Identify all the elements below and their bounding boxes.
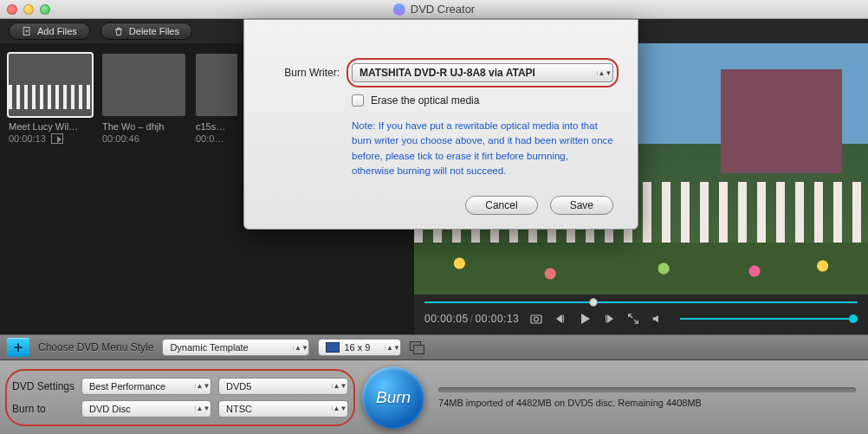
tv-standard-select[interactable]: NTSC ▲▼ [218,400,348,418]
disc-type-select[interactable]: DVD5 ▲▼ [218,378,348,395]
quality-select[interactable]: Best Performance ▲▼ [81,378,211,395]
status-text: 74MB imported of 4482MB on DVD5 disc. Re… [438,398,856,408]
stepper-arrows-icon: ▲▼ [332,384,344,388]
erase-checkbox[interactable] [352,94,364,107]
template-value: Dynamic Template [170,342,248,353]
seek-handle[interactable] [589,298,598,307]
save-button[interactable]: Save [550,196,613,215]
snapshot-icon[interactable] [529,312,543,326]
stepper-arrows-icon: ▲▼ [385,346,397,350]
monitor-icon [326,342,340,353]
svg-point-2 [534,317,539,321]
cancel-label: Cancel [485,199,517,211]
burn-target-value: DVD Disc [89,404,131,414]
aspect-select[interactable]: 16 x 9 ▲▼ [318,339,401,356]
stepper-arrows-icon: ▲▼ [293,346,305,350]
burn-label: Burn [376,388,411,407]
template-select[interactable]: Dynamic Template ▲▼ [162,339,309,356]
save-label: Save [570,199,593,211]
clip-title: The Wo – dhjh [102,121,185,132]
play-icon[interactable] [578,312,592,326]
clip-thumbnail [102,54,185,116]
add-files-label: Add Files [37,26,77,36]
stepper-arrows-icon: ▲▼ [597,71,609,75]
bottom-bar: DVD Settings Best Performance ▲▼ DVD5 ▲▼… [0,360,868,434]
dvd-settings-label: DVD Settings [12,380,74,392]
customize-menu-icon[interactable] [410,341,424,353]
stepper-arrows-icon: ▲▼ [195,406,207,411]
clip-duration-row: 00:00:46 [102,133,185,144]
stepper-arrows-icon: ▲▼ [195,384,207,388]
close-window-button[interactable] [7,4,17,15]
clip-duration: 00:0… [196,133,223,144]
status-block: 74MB imported of 4482MB on DVD5 disc. Re… [438,387,856,408]
dialog-note: Note: If you have put a rewritable optic… [352,119,613,178]
add-menu-button[interactable]: + [7,338,29,357]
trash-icon [113,26,124,36]
clip-item[interactable]: Meet Lucy Wil… 00:00:13 [9,54,92,144]
next-icon[interactable] [602,312,616,326]
seek-slider[interactable] [424,298,858,307]
window-title: DVD Creator [393,3,475,16]
quality-value: Best Performance [89,381,165,392]
svg-rect-1 [531,315,541,323]
aspect-value: 16 x 9 [344,342,370,353]
prev-icon[interactable] [554,312,567,326]
delete-files-label: Delete Files [129,26,179,36]
cancel-button[interactable]: Cancel [465,196,537,215]
app-icon [393,3,405,16]
clip-title: c15s… [196,121,237,132]
volume-icon[interactable] [651,312,664,326]
stepper-arrows-icon: ▲▼ [332,406,344,411]
clip-thumbnail [196,54,237,116]
burn-writer-dialog: Burn Writer: MATSHITA DVD-R UJ-8A8 via A… [243,19,638,230]
time-position: 00:00:05 [424,313,469,325]
disc-type-value: DVD5 [226,381,251,392]
add-files-button[interactable]: Add Files [9,23,90,40]
clip-title: Meet Lucy Wil… [9,121,92,132]
clip-item[interactable]: c15s… 00:0… [196,54,237,144]
capacity-bar [438,387,856,392]
burn-writer-select[interactable]: MATSHITA DVD-R UJ-8A8 via ATAPI ▲▼ [352,63,613,82]
volume-slider[interactable] [680,314,858,323]
clip-thumbnail [9,54,92,116]
playback-controls: 00:00:05/00:00:13 [414,295,868,334]
window-controls [7,4,50,15]
clip-duration-row: 00:0… [196,133,237,144]
settings-block: DVD Settings Best Performance ▲▼ DVD5 ▲▼… [12,378,348,418]
edit-clip-icon[interactable] [51,133,63,144]
time-duration: 00:00:13 [476,313,520,325]
burn-target-select[interactable]: DVD Disc ▲▼ [81,400,211,418]
delete-files-button[interactable]: Delete Files [100,23,192,40]
add-files-icon [22,26,32,36]
burn-writer-label: Burn Writer: [269,67,340,79]
tv-standard-value: NTSC [226,404,252,414]
volume-handle[interactable] [849,314,858,323]
clip-duration: 00:00:13 [9,133,46,144]
titlebar: DVD Creator [0,0,868,19]
fullscreen-icon[interactable] [626,312,640,326]
clip-duration-row: 00:00:13 [9,133,92,144]
burn-to-label: Burn to [12,403,74,415]
burn-writer-value: MATSHITA DVD-R UJ-8A8 via ATAPI [360,67,535,79]
zoom-window-button[interactable] [40,4,50,15]
menu-style-bar: + Choose DVD Menu Style Dynamic Template… [0,334,868,360]
clip-item[interactable]: The Wo – dhjh 00:00:46 [102,54,185,144]
app-title-text: DVD Creator [411,3,475,16]
burn-button[interactable]: Burn [362,366,424,429]
minimize-window-button[interactable] [23,4,34,15]
menu-style-label: Choose DVD Menu Style [38,341,153,353]
clip-duration: 00:00:46 [102,133,139,144]
erase-label: Erase the optical media [371,94,479,107]
time-display: 00:00:05/00:00:13 [424,313,519,325]
